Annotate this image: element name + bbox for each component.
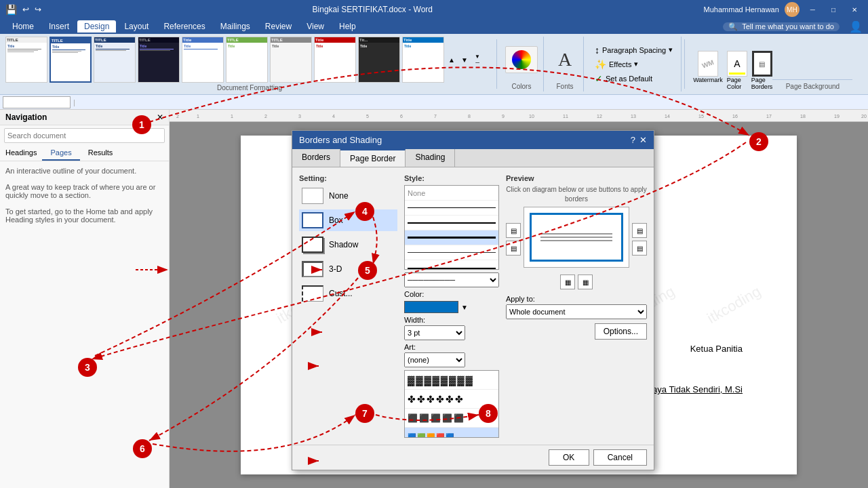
theme-item-7[interactable]: Title Title [314,37,356,83]
preview-box [524,207,629,268]
dialog-tab-page-border[interactable]: Page Border [340,149,406,167]
themes-more[interactable]: ▼─ [472,37,483,83]
nav-search-input[interactable] [4,128,165,143]
word-icon: 💾 [5,4,17,15]
menu-view[interactable]: View [300,20,331,33]
style-item-1[interactable] [405,201,498,216]
style-item-4[interactable] [405,245,498,260]
tell-me-label[interactable]: Tell me what you want to do [742,22,834,30]
options-button[interactable]: Options... [595,323,647,340]
preview-main: ▤ ▤ [506,207,647,272]
redo-icon[interactable]: ↪ [35,5,41,14]
page-background-group: WM Watermark A Page Color ▤ Page Borders… [688,37,858,92]
preview-btn-bottom-left[interactable]: ▦ [560,274,575,289]
menu-mailings[interactable]: Mailings [214,20,257,33]
preview-btn-right-bottom[interactable]: ▤ [632,241,647,256]
share-icon[interactable]: 👤 [849,20,863,33]
cancel-button[interactable]: Cancel [593,449,647,466]
art-item-2[interactable]: ⬛⬛⬛⬛⬛ [405,409,498,428]
art-item-1[interactable]: ✤✤✤✤✤✤ [405,390,498,409]
svg-text:10: 10 [529,114,534,119]
paragraph-spacing-button[interactable]: ↕ Paragraph Spacing ▾ [592,44,675,56]
page-borders-item[interactable]: ▤ Page Borders [751,51,773,90]
setting-shadow[interactable]: Shadow [299,234,397,256]
preview-btn-bottom-right[interactable]: ▦ [578,274,593,289]
art-select[interactable]: (none) [404,352,465,367]
dialog-close-icon[interactable]: ✕ [639,135,647,145]
style-scroll: ───────── [404,271,499,287]
nav-tab-headings[interactable]: Headings [0,146,42,161]
formula-separator: | [73,98,75,106]
watermark-item[interactable]: WM Watermark [693,51,723,90]
setting-3d[interactable]: 3-D [299,258,397,280]
effects-button[interactable]: ✨ Effects ▾ [592,58,675,70]
ok-button[interactable]: OK [549,449,589,466]
dialog-help-icon[interactable]: ? [631,135,635,145]
theme-item-3[interactable]: TITLE Title [138,37,180,83]
window-title: Bingkai SERTIFIKAT.docx - Word [41,5,704,14]
nav-content-text: An interactive outline of your document. [5,167,163,175]
colors-group: Colors [500,37,544,92]
setting-custom[interactable]: Cust... [299,283,397,304]
nav-tab-pages[interactable]: Pages [42,146,79,161]
page-color-item[interactable]: A Page Color [727,51,747,90]
menu-design[interactable]: Design [77,20,116,33]
menu-review[interactable]: Review [258,20,298,33]
style-item-3[interactable] [405,230,498,245]
name-box[interactable] [3,96,71,108]
watermark-icon: WM [698,51,718,77]
preview-click-text: Click on diagram below or use buttons to… [506,185,647,204]
apply-to-select[interactable]: Whole document [506,304,647,319]
close-button[interactable]: ✕ [846,5,863,15]
theme-item-1[interactable]: TITLE Title [50,37,92,83]
themes-scroll-down[interactable]: ▼ [459,37,470,83]
theme-item-5[interactable]: TITLE Title [226,37,268,83]
theme-item-4[interactable]: Title Title [182,37,224,83]
theme-item-2[interactable]: TITLE Title [94,37,136,83]
themes-scroll-up[interactable]: ▲ [446,37,457,83]
menu-help[interactable]: Help [332,20,363,33]
minimize-button[interactable]: ─ [805,5,821,15]
fonts-icon[interactable]: A [558,50,572,69]
dialog-tab-borders[interactable]: Borders [292,149,340,167]
menu-layout[interactable]: Layout [117,20,155,33]
menu-insert[interactable]: Insert [42,20,76,33]
style-list[interactable]: None [404,185,499,270]
nav-close-icon[interactable]: ✕ [157,113,163,122]
dialog-body: Setting: None Box [292,167,654,445]
document-formatting-label: Document Formatting [5,83,494,92]
width-input-row: 3 pt [404,325,499,340]
svg-text:2: 2 [176,114,179,119]
setting-box-label: Box [329,216,343,225]
setting-box[interactable]: Box [299,209,397,231]
art-item-3[interactable]: 🟦🟩🟧🟥🟦 [405,428,498,438]
preview-btn-middle[interactable]: ▤ [506,241,521,256]
dialog-tab-shading[interactable]: Shading [406,149,455,167]
nav-tab-results[interactable]: Results [80,146,121,161]
doc-scroll-area[interactable]: itkcoding itkcoding itkcoding itkcoding … [170,122,868,488]
theme-item-9[interactable]: Title Title [402,37,444,83]
art-item-0[interactable]: ▓▓▓▓▓▓▓▓ [405,371,498,390]
width-select[interactable]: 3 pt [404,325,465,340]
art-list[interactable]: ▓▓▓▓▓▓▓▓ ✤✤✤✤✤✤ ⬛⬛⬛⬛⬛ 🟦🟩 [404,370,499,438]
color-swatch[interactable] [404,301,458,313]
theme-item-8[interactable]: Tit... Title [358,37,400,83]
undo-icon[interactable]: ↩ [22,5,29,14]
preview-btn-right-top[interactable]: ▤ [632,223,647,238]
style-dropdown[interactable]: ───────── [404,272,499,287]
style-item-none[interactable]: None [405,186,498,201]
menu-references[interactable]: References [157,20,212,33]
themes-list: TITLE Title TITLE Title [5,37,494,83]
preview-btn-top[interactable]: ▤ [506,223,521,238]
setting-none[interactable]: None [299,185,397,207]
maximize-button[interactable]: □ [826,5,841,15]
color-dropdown-arrow[interactable]: ▼ [461,304,468,311]
style-item-2[interactable] [405,216,498,230]
theme-item-0[interactable]: TITLE Title [5,37,47,83]
colors-button[interactable] [505,46,538,73]
ruler-svg: 2 1 1 2 3 4 5 6 7 8 9 10 11 12 1 [170,110,868,121]
menu-home[interactable]: Home [5,20,41,33]
set-as-default-button[interactable]: ✓ Set as Default [592,73,675,85]
style-item-5[interactable] [405,260,498,270]
theme-item-6[interactable]: TITLE Title [270,37,312,83]
